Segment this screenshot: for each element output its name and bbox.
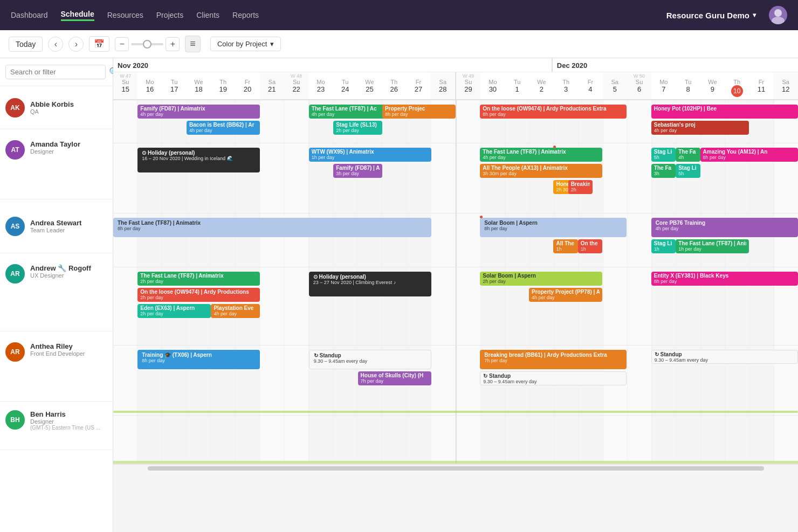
resource-role-andrew: UX Designer	[30, 272, 91, 279]
resource-item-andrew: AR Andrew 🔧 Rogoff UX Designer	[0, 253, 113, 331]
event-abbie-ontheloose[interactable]: On the loose (OW9474) | Ardy Productions…	[480, 105, 627, 119]
day-col-d3: Th3	[554, 72, 578, 99]
nav-resources[interactable]: Resources	[107, 11, 143, 19]
event-andrew-holiday[interactable]: ⊙ Holiday (personal) 23 – 27 Nov 2020 | …	[309, 272, 431, 296]
event-andrew-fastlane[interactable]: The Fast Lane (TF87) | Animatrix 2h per …	[137, 272, 260, 286]
next-button[interactable]: ›	[68, 37, 84, 52]
day-col-29: W 49Su29	[455, 72, 480, 99]
zoom-slider-track[interactable]	[131, 43, 163, 45]
event-amanda-thefa[interactable]: The Fa 4h	[676, 148, 700, 162]
event-anthea-training[interactable]: Training 🎓 (TX06) | Aspern 8h per day	[137, 350, 260, 369]
row-andrew: The Fast Lane (TF87) | Animatrix 2h per …	[113, 267, 798, 346]
event-anthea-standup-dec2[interactable]: ↻ Standup 9.30 – 9.45am every day	[651, 350, 798, 364]
list-view-button[interactable]: ≡	[185, 36, 201, 52]
day-col-d5: Sa5	[603, 72, 627, 99]
event-andrew-ontheloose[interactable]: On the loose (OW9474) | Ardy Productions…	[137, 288, 260, 302]
resource-role-andrea: Team Leader	[30, 227, 81, 233]
event-amanda-staglife2[interactable]: Stag Li 5h	[676, 164, 700, 178]
event-abbie-bacon[interactable]: Bacon is Best (BB62) | Ar 4h per day	[187, 121, 260, 135]
user-avatar[interactable]	[769, 6, 787, 24]
event-abbie-staglife[interactable]: Stag Life (SL13) 2h per day	[333, 121, 382, 135]
month-row: Nov 2020 Dec 2020	[113, 58, 798, 72]
event-andrew-entityx[interactable]: Entity X (EY381) | Black Keys 8h per day	[651, 272, 798, 286]
event-abbie-honeypot[interactable]: Honey Pot (102HP) | Bee	[651, 105, 798, 119]
event-andrea-staglife[interactable]: Stag Li 1h	[651, 239, 676, 253]
resource-role-abbie: QA	[30, 108, 74, 115]
month-nov: Nov 2020	[113, 58, 552, 72]
day-col-15: W 47Su15	[113, 72, 137, 99]
event-andrea-corepb76[interactable]: Core PB76 Training 4h per day	[651, 218, 798, 237]
avatar-andrea: AS	[5, 217, 25, 236]
event-abbie-sebastian[interactable]: Sebastian's proj 4h per day	[651, 121, 749, 135]
event-andrea-allthe[interactable]: All The 1h	[553, 239, 577, 253]
event-amanda-breaking[interactable]: Breakin 2h	[568, 180, 593, 194]
resource-role-amanda: Designer	[30, 148, 80, 155]
month-dec: Dec 2020	[552, 58, 798, 72]
resource-name-amanda: Amanda Taylor	[30, 140, 80, 148]
event-amanda-amazing[interactable]: Amazing You (AM12) | An 8h per day	[700, 148, 798, 162]
event-amanda-famify[interactable]: Famify (FD87) | Animatrix 3h per day	[333, 164, 382, 178]
zoom-slider-thumb	[143, 40, 152, 49]
nav-reports[interactable]: Reports	[232, 11, 259, 19]
sidebar: 🔍 AK Abbie Korbis QA AT Amanda Taylor De…	[0, 58, 113, 532]
row-anthea: Training 🎓 (TX06) | Aspern 8h per day ↻ …	[113, 346, 798, 416]
event-abbie-property[interactable]: Property Projec 8h per day	[382, 105, 456, 119]
main-layout: 🔍 AK Abbie Korbis QA AT Amanda Taylor De…	[0, 58, 798, 532]
day-col-16: Mo16	[137, 72, 162, 99]
resource-info-andrew: Andrew 🔧 Rogoff UX Designer	[30, 264, 91, 279]
day-col-20: Fr20	[235, 72, 259, 99]
avatar-amanda: AT	[5, 140, 25, 160]
event-anthea-breakingbread[interactable]: Breaking bread (BB61) | Ardy Productions…	[480, 350, 627, 369]
day-col-d4: Fr4	[578, 72, 602, 99]
calendar-inner: Nov 2020 Dec 2020 W 47Su15 Mo16 Tu17 We1…	[113, 58, 798, 472]
event-andrew-property[interactable]: Property Project (PP78) | Aardvar 4h per…	[529, 288, 602, 302]
event-andrea-solarboom[interactable]: Solar Boom | Aspern 8h per day	[480, 218, 627, 237]
event-amanda-fastlane-dec[interactable]: The Fast Lane (TF87) | Animatrix 4h per …	[480, 148, 602, 162]
nav-projects[interactable]: Projects	[156, 11, 184, 19]
event-abbie-famify[interactable]: Famify (FD87) | Animatrix 4h per day	[137, 105, 260, 119]
prev-button[interactable]: ‹	[48, 37, 63, 52]
event-anthea-standup-dec[interactable]: ↻ Standup 9.30 – 9.45am every day	[480, 371, 627, 385]
event-andrea-fastlane2[interactable]: The Fast Lane (TF87) | Animatrix 1h per …	[676, 239, 749, 253]
resource-name-anthea: Anthea Riley	[30, 342, 85, 350]
resource-info-ben: Ben Harris Designer (GMT-5) Eastern Time…	[30, 410, 100, 431]
resource-name-abbie: Abbie Korbis	[30, 100, 74, 108]
resource-role-ben: Designer	[30, 418, 100, 425]
nav-clients[interactable]: Clients	[196, 11, 219, 19]
event-andrew-playstation[interactable]: Playstation Eve 4h per day	[211, 304, 260, 318]
resource-item-andrea: AS Andrea Stewart Team Leader	[0, 199, 113, 253]
scrollbar-area[interactable]	[113, 464, 798, 472]
event-andrew-solarboom[interactable]: Solar Boom | Aspern 2h per day	[480, 272, 602, 286]
nav-schedule[interactable]: Schedule	[61, 10, 94, 21]
resource-name-andrew: Andrew 🔧 Rogoff	[30, 264, 91, 272]
calendar-area[interactable]: Nov 2020 Dec 2020 W 47Su15 Mo16 Tu17 We1…	[113, 58, 798, 532]
day-col-d7: Mo7	[651, 72, 676, 99]
zoom-out-button[interactable]: −	[115, 37, 129, 51]
avatar-anthea: AR	[5, 342, 25, 362]
event-amanda-wtw[interactable]: WTW (WX95) | Animatrix 1h per day	[309, 148, 431, 162]
event-amanda-staglife-dec[interactable]: Stag Li 5h	[651, 148, 676, 162]
day-col-d10: Th10	[725, 72, 749, 99]
day-col-d6: W 50Su6	[627, 72, 651, 99]
zoom-in-button[interactable]: +	[166, 37, 180, 51]
resource-timezone-ben: (GMT-5) Eastern Time (US ...	[30, 425, 100, 431]
color-by-button[interactable]: Color by Project ▾	[210, 37, 281, 51]
event-amanda-thefa2[interactable]: The Fa 3h	[651, 164, 676, 178]
resource-info-andrea: Andrea Stewart Team Leader	[30, 219, 81, 233]
brand-name[interactable]: Resource Guru Demo ▾	[666, 11, 756, 20]
day-col-22: W 48Su22	[284, 72, 308, 99]
event-anthea-standup[interactable]: ↻ Standup 9.30 – 9.45am every day	[309, 350, 431, 369]
event-anthea-houseskulls[interactable]: House of Skulls (City) (H 7h per day	[358, 371, 431, 385]
nav-dashboard[interactable]: Dashboard	[11, 11, 48, 19]
event-amanda-holiday[interactable]: ⊙ Holiday (personal) 16 – 20 Nov 2020 | …	[137, 148, 260, 172]
search-input[interactable]	[5, 65, 106, 79]
today-button[interactable]: Today	[9, 37, 43, 52]
day-col-25: We25	[357, 72, 382, 99]
resource-list: AK Abbie Korbis QA AT Amanda Taylor Desi…	[0, 86, 113, 532]
event-andrea-fastlane[interactable]: The Fast Lane (TF87) | Animatrix 8h per …	[113, 218, 431, 237]
event-amanda-allpeople[interactable]: All The People (AX13) | Animatrix 3h 30m…	[480, 164, 602, 178]
day-col-d11: Fr11	[749, 72, 773, 99]
event-andrea-onthe[interactable]: On the 1h	[578, 239, 602, 253]
event-andrew-eden[interactable]: Eden (EX63) | Aspern 2h per day	[137, 304, 211, 318]
calendar-icon-button[interactable]: 📅	[89, 36, 109, 52]
